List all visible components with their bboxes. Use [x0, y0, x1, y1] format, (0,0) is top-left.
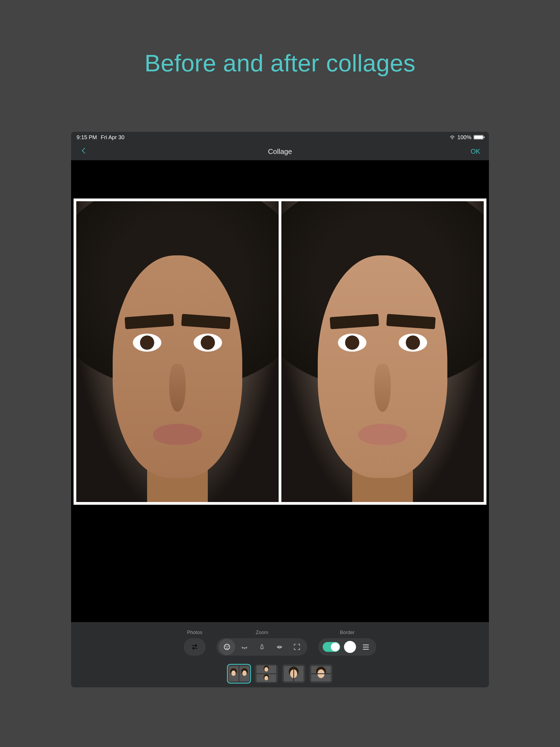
border-menu-button[interactable] [360, 641, 372, 653]
border-color-swatch[interactable] [344, 641, 356, 653]
layout-split-horizontal[interactable] [309, 664, 332, 683]
chevron-left-icon [80, 147, 88, 155]
nav-title: Collage [268, 147, 292, 156]
border-toggle[interactable] [323, 642, 340, 652]
status-time: 9:15 PM [77, 134, 97, 140]
zoom-face-button[interactable] [219, 639, 235, 655]
svg-point-3 [228, 646, 228, 647]
svg-point-7 [231, 670, 236, 676]
photos-label: Photos [187, 630, 202, 636]
collage-before-image[interactable] [76, 201, 279, 502]
border-label: Border [340, 630, 355, 636]
zoom-buttons [217, 638, 307, 656]
eyesclosed-icon [240, 643, 249, 651]
battery-icon [474, 135, 483, 139]
svg-point-0 [452, 138, 453, 139]
status-battery-text: 100% [457, 134, 472, 140]
collage-after-image[interactable] [281, 201, 484, 502]
status-date: Fri Apr 30 [101, 134, 124, 140]
layout-side-by-side[interactable] [228, 664, 251, 683]
layout-split-vertical[interactable] [282, 664, 305, 683]
swap-icon [190, 643, 199, 651]
zoom-nose-button[interactable] [254, 639, 270, 655]
svg-point-15 [264, 676, 268, 680]
fullscreen-icon [293, 643, 301, 651]
page-title: Before and after collages [145, 49, 416, 77]
zoom-eyes-button[interactable] [236, 639, 253, 655]
nav-bar: Collage OK [71, 143, 489, 160]
zoom-label: Zoom [256, 630, 268, 636]
svg-point-1 [224, 644, 230, 650]
face-icon [223, 643, 231, 651]
mouth-icon [275, 643, 284, 651]
device-frame: 9:15 PM Fri Apr 30 100% Collage OK [71, 132, 489, 687]
wifi-icon [449, 135, 455, 139]
layout-selector [228, 664, 332, 683]
swap-photos-button[interactable] [184, 638, 206, 656]
nose-icon [258, 643, 266, 651]
zoom-mouth-button[interactable] [271, 639, 288, 655]
svg-point-13 [264, 667, 268, 672]
collage-frame [74, 199, 486, 505]
collage-canvas[interactable] [71, 160, 489, 622]
status-bar: 9:15 PM Fri Apr 30 100% [71, 132, 489, 143]
back-button[interactable] [78, 144, 90, 159]
layout-top-bottom[interactable] [255, 664, 278, 683]
border-controls [318, 638, 376, 656]
zoom-fullscreen-button[interactable] [289, 639, 305, 655]
controls-area: Photos Zoom [71, 622, 489, 687]
ok-button[interactable]: OK [468, 146, 482, 157]
svg-point-9 [242, 670, 247, 676]
svg-point-2 [226, 646, 226, 647]
